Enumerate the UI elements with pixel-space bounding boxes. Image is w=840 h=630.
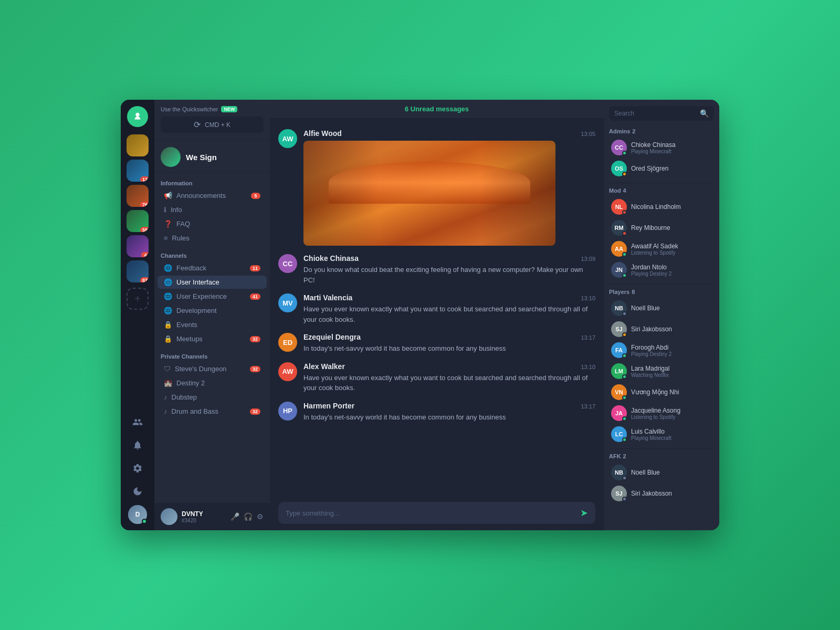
- rules-icon: ≡: [164, 234, 168, 242]
- message-time-4: 13:17: [581, 334, 595, 341]
- server-header: We Sign: [154, 140, 270, 173]
- message-group-6: HP Harmen Porter 13:17 In today's net-sa…: [270, 397, 604, 427]
- notifications-icon[interactable]: [128, 436, 147, 455]
- dev-icon: 🌐: [164, 307, 172, 314]
- status-dot-ored: [622, 172, 627, 176]
- member-info-lara: Lara Madrigal Watching Netflix: [631, 365, 712, 378]
- member-foroogh-abdi[interactable]: FA Foroogh Abdi Playing Destiny 2: [609, 340, 714, 360]
- status-dot-afk-noell: [622, 476, 627, 480]
- member-ored-sjogren[interactable]: OS Ored Sjögren: [609, 159, 714, 178]
- user-status-dot: [142, 519, 147, 524]
- member-noell-blue[interactable]: NB Noell Blue: [609, 298, 714, 318]
- status-dot-jordan: [622, 273, 627, 278]
- message-content-4: Ezequiel Dengra 13:17 In today's net-sav…: [303, 333, 595, 354]
- member-vuong-mong-nhi[interactable]: VN Vương Mộng Nhi: [609, 382, 714, 402]
- settings-icon[interactable]: [128, 459, 147, 478]
- announcements-badge: 5: [251, 193, 260, 199]
- status-dot-awaatif: [622, 252, 627, 257]
- channel-destiny2[interactable]: 🏰 Destiny 2: [158, 376, 267, 390]
- channel-feedback[interactable]: 🌐 Feedback 11: [158, 261, 267, 275]
- announcements-icon: 📢: [164, 192, 172, 200]
- status-dot-noell: [622, 311, 627, 316]
- member-afk-noell[interactable]: NB Noell Blue: [609, 463, 714, 482]
- channel-events[interactable]: 🔒 Events: [158, 318, 267, 331]
- add-server-button[interactable]: +: [127, 288, 149, 310]
- member-lara-madrigal[interactable]: LM Lara Madrigal Watching Netflix: [609, 361, 714, 381]
- moon-icon[interactable]: [128, 482, 147, 501]
- channel-development[interactable]: 🌐 Development: [158, 304, 267, 317]
- channel-steves-dungeon[interactable]: 🛡 Steve's Dungeon 32: [158, 362, 267, 375]
- message-text-4: In today's net-savvy world it has become…: [303, 343, 595, 354]
- server-item-5[interactable]: 4: [127, 235, 149, 257]
- member-luis-calvillo[interactable]: LC Luis Calvillo Playing Minecraft: [609, 424, 714, 444]
- avatar-alfie-wood: AW: [278, 129, 297, 148]
- channel-info[interactable]: ℹ Info: [158, 203, 267, 216]
- events-icon: 🔒: [164, 321, 172, 329]
- channel-announcements[interactable]: 📢 Announcements 5: [158, 189, 267, 202]
- member-jordan-ntolo[interactable]: JN Jordan Ntolo Playing Destiny 2: [609, 260, 714, 280]
- headphones-icon[interactable]: 🎧: [244, 512, 253, 521]
- server-item-2[interactable]: 12: [127, 160, 149, 182]
- server-badge-6: 87: [140, 277, 149, 282]
- member-avatar-noell: NB: [611, 300, 627, 316]
- channel-user-interface[interactable]: 🌐 User Interface: [158, 276, 267, 289]
- settings-footer-icon[interactable]: ⚙: [257, 512, 264, 521]
- quickswitcher-button[interactable]: ⟳ CMD + K: [161, 117, 264, 133]
- channel-dubstep[interactable]: ♪ Dubstep: [158, 391, 267, 404]
- sidebar: Use the Quickswitcher NEW ⟳ CMD + K We S…: [154, 100, 270, 530]
- rail-bottom-icons: D: [128, 413, 147, 524]
- quickswitcher-label: Use the Quickswitcher NEW: [161, 106, 264, 112]
- member-nicolina[interactable]: NL Nicolina Lindholm: [609, 197, 714, 217]
- search-input[interactable]: [614, 110, 697, 117]
- divider-2: [609, 284, 714, 285]
- messages-area[interactable]: AW Alfie Wood 13:05 CC Chioke Chinasa: [270, 119, 604, 496]
- server-badge-5: 4: [141, 252, 149, 257]
- member-avatar-luis: LC: [611, 426, 627, 442]
- microphone-icon[interactable]: 🎤: [230, 512, 239, 521]
- chat-input-wrap: ➤: [278, 502, 595, 524]
- server-item-4[interactable]: 59: [127, 210, 149, 232]
- channel-meetups[interactable]: 🔒 Meetups 32: [158, 332, 267, 345]
- channel-drum-and-bass[interactable]: ♪ Drum and Bass 32: [158, 405, 267, 418]
- dungeon-badge: 32: [250, 366, 260, 372]
- member-rey-mibourne[interactable]: RM Rey Mibourne: [609, 218, 714, 238]
- app-logo[interactable]: [127, 106, 148, 127]
- member-siri-jakobsson[interactable]: SJ Siri Jakobsson: [609, 319, 714, 339]
- channel-user-experience[interactable]: 🌐 User Experience 41: [158, 290, 267, 303]
- server-item-3[interactable]: 76: [127, 185, 149, 207]
- user-avatar-rail[interactable]: D: [128, 505, 147, 524]
- server-badge-3: 76: [140, 202, 149, 207]
- member-info-rey: Rey Mibourne: [631, 224, 712, 232]
- avatar-marti-valencia: MV: [278, 293, 297, 312]
- message-content-1: Alfie Wood 13:05: [303, 129, 595, 246]
- member-avatar-siri: SJ: [611, 321, 627, 337]
- member-jacqueline-asong[interactable]: JA Jacqueline Asong Listening to Spotify: [609, 403, 714, 423]
- username-harmen: Harmen Porter: [303, 402, 354, 410]
- member-avatar-chioke: CC: [611, 140, 627, 155]
- member-chioke-chinasa[interactable]: CC Chioke Chinasa Playing Minecraft: [609, 138, 714, 158]
- destiny-icon: 🏰: [164, 379, 172, 387]
- channel-rules[interactable]: ≡ Rules: [158, 232, 267, 245]
- search-icon[interactable]: 🔍: [700, 109, 709, 118]
- chat-input[interactable]: [286, 509, 575, 517]
- channel-faq[interactable]: ❓ FAQ: [158, 217, 267, 230]
- member-afk-siri[interactable]: SJ Siri Jakobsson: [609, 484, 714, 503]
- message-header-6: Harmen Porter 13:17: [303, 402, 595, 410]
- send-button[interactable]: ➤: [580, 507, 588, 519]
- server-item-1[interactable]: [127, 134, 149, 156]
- member-avatar-rey: RM: [611, 220, 627, 236]
- member-info-vuong: Vương Mộng Nhi: [631, 388, 712, 396]
- message-header-3: Marti Valencia 13:10: [303, 293, 595, 302]
- avatar-chioke-chinasa: CC: [278, 254, 297, 273]
- feedback-badge: 11: [250, 265, 260, 271]
- status-dot-foroogh: [622, 353, 627, 358]
- server-item-6[interactable]: 87: [127, 260, 149, 282]
- ui-channel-icon: 🌐: [164, 278, 172, 286]
- server-badge-2: 12: [140, 176, 149, 182]
- canyon-image: [303, 141, 555, 246]
- server-badge-4: 59: [140, 227, 149, 232]
- member-awaatif[interactable]: AA Awaatif Al Sadek Listening to Spotify: [609, 239, 714, 259]
- friends-icon[interactable]: [128, 413, 147, 432]
- avatar-alex-walker: AW: [278, 362, 297, 381]
- message-group-4: ED Ezequiel Dengra 13:17 In today's net-…: [270, 329, 604, 358]
